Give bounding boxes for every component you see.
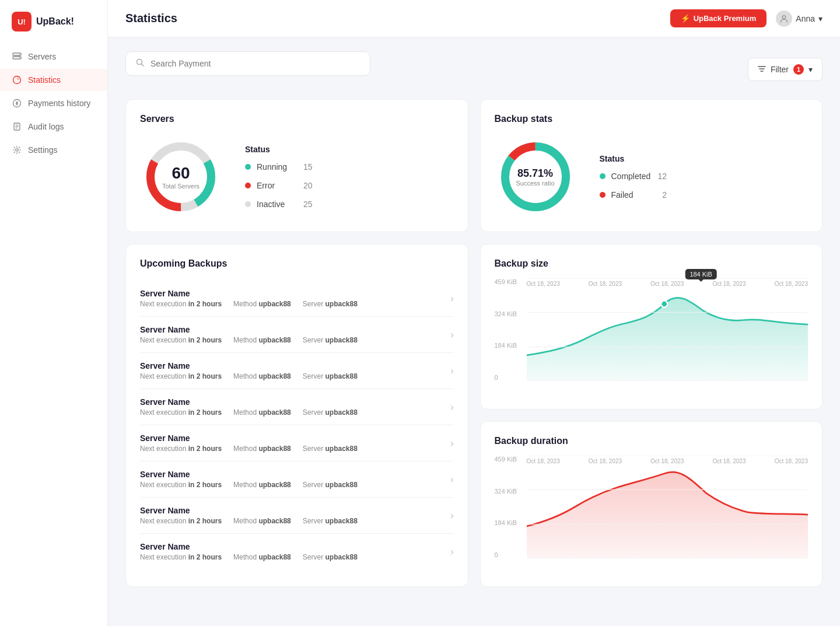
- backup-duration-y-labels: 459 KiB 324 KiB 184 KiB 0: [495, 456, 517, 572]
- backup-meta: Next execution in 2 hours Method upback8…: [140, 372, 450, 380]
- backup-stats-card: Backup stats 85.71% Success ratio: [480, 99, 823, 232]
- content-area: Filter 1 ▾ Servers: [108, 37, 840, 626]
- backup-server: Server upback88: [303, 372, 358, 380]
- backup-server: Server upback88: [303, 408, 358, 417]
- chart-tooltip: 184 KiB: [685, 269, 717, 279]
- backup-list-item[interactable]: Server Name Next execution in 2 hours Me…: [140, 353, 454, 389]
- status-running: Running 15: [245, 162, 313, 172]
- backup-size-title: Backup size: [495, 258, 808, 269]
- backup-method: Method upback88: [233, 445, 291, 453]
- backup-server: Server upback88: [303, 517, 358, 525]
- upcoming-backups-card: Upcoming Backups Server Name Next execut…: [125, 244, 468, 587]
- servers-donut-chart: 60 Total Servers: [140, 136, 222, 218]
- backup-list-item[interactable]: Server Name Next execution in 2 hours Me…: [140, 281, 454, 317]
- settings-icon: [12, 145, 22, 155]
- running-dot: [245, 164, 251, 170]
- sidebar-label-payments: Payments history: [28, 99, 90, 108]
- sidebar-item-audit[interactable]: Audit logs: [0, 116, 107, 138]
- svg-point-11: [782, 15, 786, 19]
- svg-line-13: [142, 64, 144, 67]
- backup-chevron-icon: ›: [450, 402, 453, 412]
- backup-item-info: Server Name Next execution in 2 hours Me…: [140, 470, 450, 489]
- filter-button[interactable]: Filter 1 ▾: [748, 58, 822, 81]
- logo-icon: U!: [12, 12, 32, 32]
- backup-server: Server upback88: [303, 336, 358, 344]
- sidebar-item-settings[interactable]: Settings: [0, 139, 107, 161]
- backup-donut-chart: 85.71% Success ratio: [495, 136, 576, 218]
- y-label-3: 324 KiB: [495, 310, 517, 317]
- backup-status-info: Status Completed 12 Failed 2: [600, 154, 667, 200]
- backup-subtitle: Success ratio: [516, 180, 554, 187]
- backup-duration-title: Backup duration: [495, 436, 808, 446]
- error-label: Error: [257, 181, 298, 190]
- running-label: Running: [257, 162, 298, 172]
- backup-duration-svg: [527, 456, 808, 558]
- backup-list-item[interactable]: Server Name Next execution in 2 hours Me…: [140, 498, 454, 534]
- user-menu[interactable]: Anna ▾: [776, 11, 822, 27]
- backup-item-info: Server Name Next execution in 2 hours Me…: [140, 361, 450, 380]
- failed-label: Failed: [611, 190, 652, 200]
- premium-button[interactable]: ⚡ UpBack Premium: [670, 9, 767, 27]
- backup-chevron-icon: ›: [450, 547, 453, 557]
- sidebar-label-servers: Servers: [28, 52, 56, 61]
- backup-method: Method upback88: [233, 300, 291, 308]
- backup-chevron-icon: ›: [450, 438, 453, 449]
- backup-chevron-icon: ›: [450, 330, 453, 340]
- filter-label: Filter: [771, 65, 789, 74]
- backup-status-list: Completed 12 Failed 2: [600, 172, 667, 200]
- backup-list-item[interactable]: Server Name Next execution in 2 hours Me…: [140, 461, 454, 498]
- backup-duration-svg-container: [527, 456, 808, 558]
- servers-card-title: Servers: [140, 114, 454, 124]
- servers-total-label: Total Servers: [162, 183, 200, 190]
- search-icon: [135, 58, 145, 69]
- dy-label-1: 0: [495, 551, 517, 558]
- backup-meta: Next execution in 2 hours Method upback8…: [140, 481, 450, 489]
- backup-server: Server upback88: [303, 553, 358, 561]
- servers-card: Servers: [125, 99, 468, 232]
- backup-method: Method upback88: [233, 481, 291, 489]
- backup-status-heading: Status: [600, 154, 667, 163]
- backup-next-exec: Next execution in 2 hours: [140, 336, 222, 344]
- logo-text: UpBack!: [36, 16, 74, 27]
- backup-meta: Next execution in 2 hours Method upback8…: [140, 517, 450, 525]
- search-input[interactable]: [150, 59, 360, 68]
- svg-point-3: [19, 57, 20, 58]
- error-count: 20: [303, 181, 313, 190]
- servers-status-list: Status Running 15 Error 20: [245, 145, 313, 209]
- backup-meta: Next execution in 2 hours Method upback8…: [140, 553, 450, 561]
- sidebar-label-audit: Audit logs: [28, 122, 64, 131]
- page-title: Statistics: [125, 12, 177, 25]
- status-failed: Failed 2: [600, 190, 667, 200]
- sidebar-nav: Servers Statistics Payments history Audi…: [0, 46, 107, 161]
- failed-count: 2: [662, 190, 667, 200]
- sidebar-item-statistics[interactable]: Statistics: [0, 69, 107, 91]
- running-count: 15: [303, 162, 313, 172]
- backup-next-exec: Next execution in 2 hours: [140, 553, 222, 561]
- backup-next-exec: Next execution in 2 hours: [140, 408, 222, 417]
- backup-size-y-labels: 459 KiB 324 KiB 184 KiB 0: [495, 278, 517, 395]
- y-label-4: 459 KiB: [495, 278, 517, 285]
- backup-item-info: Server Name Next execution in 2 hours Me…: [140, 433, 450, 453]
- backup-chevron-icon: ›: [450, 366, 453, 376]
- y-label-2: 184 KiB: [495, 342, 517, 349]
- backup-list-item[interactable]: Server Name Next execution in 2 hours Me…: [140, 534, 454, 569]
- backup-size-svg-container: 184 KiB: [527, 278, 808, 381]
- header: Statistics ⚡ UpBack Premium Anna ▾: [108, 0, 840, 37]
- server-icon: [12, 51, 22, 62]
- main-content: Statistics ⚡ UpBack Premium Anna ▾: [108, 0, 840, 626]
- y-label-1: 0: [495, 374, 517, 381]
- sidebar-item-servers[interactable]: Servers: [0, 46, 107, 68]
- top-bar: Filter 1 ▾: [125, 51, 822, 88]
- backup-next-exec: Next execution in 2 hours: [140, 300, 222, 308]
- backup-item-info: Server Name Next execution in 2 hours Me…: [140, 289, 450, 308]
- backup-size-chart-area: 459 KiB 324 KiB 184 KiB 0 184 KiB: [495, 278, 808, 395]
- backup-meta: Next execution in 2 hours Method upback8…: [140, 336, 450, 344]
- sidebar-label-settings: Settings: [28, 145, 58, 155]
- backup-list-item[interactable]: Server Name Next execution in 2 hours Me…: [140, 425, 454, 461]
- backup-list-item[interactable]: Server Name Next execution in 2 hours Me…: [140, 317, 454, 353]
- backup-donut-center: 85.71% Success ratio: [516, 167, 554, 187]
- backup-next-exec: Next execution in 2 hours: [140, 481, 222, 489]
- backup-item-info: Server Name Next execution in 2 hours Me…: [140, 542, 450, 561]
- backup-list-item[interactable]: Server Name Next execution in 2 hours Me…: [140, 389, 454, 425]
- sidebar-item-payments[interactable]: Payments history: [0, 92, 107, 114]
